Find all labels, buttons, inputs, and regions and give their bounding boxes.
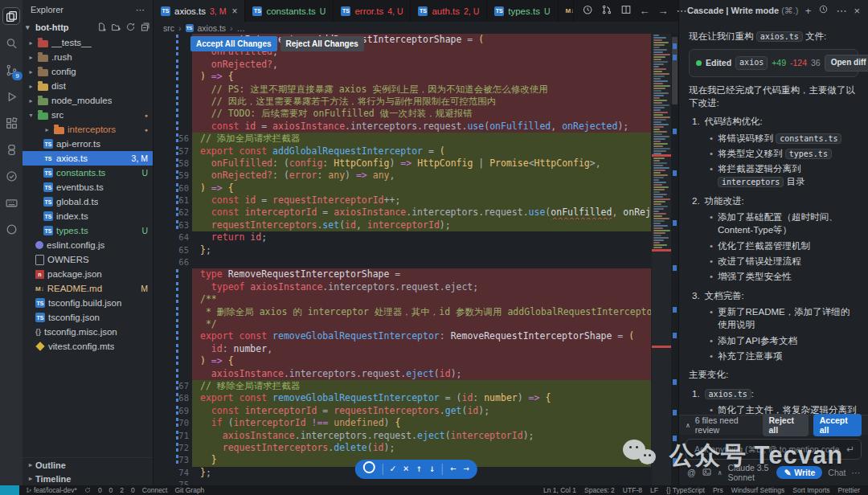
model-name[interactable]: Claude 3.5 Sonnet xyxy=(728,463,772,482)
chat-mode-button[interactable]: Chat xyxy=(828,468,845,477)
sidebar-more-icon[interactable]: ⋯ xyxy=(136,5,145,15)
refresh-icon[interactable] xyxy=(125,22,137,33)
back-icon[interactable]: ← xyxy=(640,5,650,17)
tab-types-ts[interactable]: TStypes.tsU xyxy=(487,0,558,22)
keyboard-icon[interactable] xyxy=(3,194,19,211)
status-item-feat-local-dev-[interactable]: feat/local-dev* xyxy=(26,486,77,494)
minimap[interactable] xyxy=(652,34,671,485)
workspace-root-row[interactable]: ▾ bot-http xyxy=(23,19,153,35)
breadcrumb[interactable]: src › TS axios.ts › … xyxy=(154,22,678,34)
status-item-sort-imports[interactable]: Sort Imports xyxy=(792,486,829,494)
status-item-0[interactable]: 0 xyxy=(98,486,102,494)
status-item-2[interactable]: 2 xyxy=(120,486,124,494)
reject-all-button[interactable]: Reject all xyxy=(763,414,809,436)
status-item-ln-1-col-1[interactable]: Ln 1, Col 1 xyxy=(543,486,576,494)
status-item-0[interactable]: 0 xyxy=(109,486,113,494)
mention-icon[interactable]: @ xyxy=(687,468,696,477)
breadcrumb-part[interactable]: … xyxy=(237,23,246,33)
status-item-spaces-2[interactable]: Spaces: 2 xyxy=(584,486,615,494)
tree-item-vitest-config-mts[interactable]: vitest.config.mts xyxy=(23,339,153,354)
more-icon[interactable]: ⋯ xyxy=(836,5,846,17)
more-icon[interactable]: ⋯ xyxy=(677,5,687,17)
section-outline[interactable]: ▸Outline xyxy=(23,458,153,472)
return-icon[interactable]: ↵ xyxy=(846,444,854,455)
accept-all-button[interactable]: Accept all xyxy=(813,414,862,436)
newfile-icon[interactable] xyxy=(96,22,108,33)
tree-item-eslint-config-js[interactable]: eslint.config.js xyxy=(23,238,153,252)
close-icon[interactable]: × xyxy=(231,6,237,17)
tree-item-types-ts[interactable]: TStypes.tsU xyxy=(23,223,153,238)
tree-item-owners[interactable]: OWNERS xyxy=(23,252,153,267)
recorder-icon[interactable] xyxy=(3,221,19,237)
status-item-git-graph[interactable]: Git Graph xyxy=(174,486,204,494)
remote-indicator[interactable] xyxy=(0,485,19,495)
forward-icon[interactable]: → xyxy=(658,5,669,17)
tree-item-tsconfig-json[interactable]: TStsconfig.json xyxy=(23,310,153,325)
tree-item-axios-ts[interactable]: TSaxios.ts3, M xyxy=(23,151,153,166)
status-item-prettier[interactable]: Prettier xyxy=(838,486,860,494)
status-item-0[interactable]: 0 xyxy=(131,486,135,494)
breadcrumb-part[interactable]: src xyxy=(163,23,174,33)
chevron-up-icon[interactable]: ∧ xyxy=(686,422,690,429)
section-timeline[interactable]: ▸Timeline xyxy=(23,472,153,485)
tab-axios-ts[interactable]: TSaxios.ts3, M× xyxy=(154,0,245,22)
split-icon[interactable] xyxy=(620,4,632,18)
clock-icon[interactable] xyxy=(818,4,829,17)
tab-error-ts[interactable]: TSerror.ts4, U xyxy=(334,0,411,22)
open-diff-button[interactable]: Open diff xyxy=(825,55,868,71)
reject-all-changes-button[interactable]: Reject All Changes xyxy=(280,36,364,51)
image-icon[interactable] xyxy=(702,467,712,479)
tab-auth-ts[interactable]: TSauth.ts2, U xyxy=(411,0,487,22)
tree-item-tsconfig-build-json[interactable]: TStsconfig.build.json xyxy=(23,296,153,310)
code-editor[interactable]: Accept All Changes Reject All Changes ..… xyxy=(154,34,678,485)
tree-item-node-modules[interactable]: ▸node_modules xyxy=(23,93,153,108)
tree-item-readme-md[interactable]: M↓README.mdM xyxy=(23,281,153,296)
tree-item-api-error-ts[interactable]: TSapi-error.ts xyxy=(23,137,153,151)
write-mode-button[interactable]: ✎Write xyxy=(776,466,822,479)
right-icon[interactable]: → xyxy=(463,463,469,475)
status-item--typescript[interactable]: {} TypeScript xyxy=(666,486,705,494)
extensions-icon[interactable] xyxy=(3,115,19,131)
status-item-utf-8[interactable]: UTF-8 xyxy=(623,486,642,494)
status-item-connect[interactable]: Connect xyxy=(142,486,168,494)
status-item-prs[interactable]: Prs xyxy=(713,486,723,494)
plus-icon[interactable]: + xyxy=(805,5,812,17)
up-icon[interactable]: ↑ xyxy=(416,463,422,475)
status-item-lf[interactable]: LF xyxy=(650,486,658,494)
tree-item--tests-[interactable]: ▸__tests__ xyxy=(23,35,153,50)
model-dropdown-chevron-icon[interactable]: ∧ xyxy=(718,469,723,477)
close-icon[interactable]: × xyxy=(403,463,409,475)
tree-item--rush[interactable]: ▸.rush xyxy=(23,50,153,64)
run-debug-icon[interactable] xyxy=(3,88,19,104)
status-item-windsurf-settings[interactable]: Windsurf Settings xyxy=(731,486,785,494)
explorer-icon[interactable] xyxy=(2,7,20,25)
tree-item-eventbus-ts[interactable]: TSeventbus.ts xyxy=(23,180,153,194)
newfolder-icon[interactable] xyxy=(111,22,122,33)
tree-item-dist[interactable]: ▸dist xyxy=(23,79,153,93)
check-icon[interactable]: ✓ xyxy=(390,463,395,475)
tree-item-src[interactable]: ▾src● xyxy=(23,108,153,122)
tree-item-interceptors[interactable]: ▸interceptors● xyxy=(23,122,153,137)
tab-readme-md[interactable]: M↓README.md xyxy=(559,0,574,22)
tree-item-config[interactable]: ▸config xyxy=(23,64,153,79)
tree-item-constants-ts[interactable]: TSconstants.tsU xyxy=(23,166,153,180)
breadcrumb-part[interactable]: axios.ts xyxy=(198,23,227,33)
left-icon[interactable]: ← xyxy=(450,463,456,475)
status-item[interactable] xyxy=(84,487,91,493)
python-icon[interactable] xyxy=(3,141,19,158)
tab-constants-ts[interactable]: TSconstants.tsU xyxy=(245,0,334,22)
tree-item-package-json[interactable]: npackage.json xyxy=(23,267,153,281)
search-icon[interactable] xyxy=(3,35,19,51)
down-icon[interactable]: ↓ xyxy=(429,463,435,475)
logo-icon[interactable] xyxy=(362,461,375,477)
tree-item-tsconfig-misc-json[interactable]: {}tsconfig.misc.json xyxy=(23,325,153,339)
model-bar-more-icon[interactable]: ⋯ xyxy=(852,468,861,477)
chat-input[interactable] xyxy=(693,444,841,455)
source-control-icon[interactable]: 9 xyxy=(3,62,19,78)
collapse-icon[interactable] xyxy=(140,22,151,33)
accept-all-changes-button[interactable]: Accept All Changes xyxy=(190,36,277,51)
editor-scrollbar[interactable] xyxy=(671,34,678,485)
tree-item-index-ts[interactable]: TSindex.ts xyxy=(23,209,153,223)
tree-item-global-d-ts[interactable]: TSglobal.d.ts xyxy=(23,194,153,209)
close-icon[interactable]: × xyxy=(854,5,860,17)
